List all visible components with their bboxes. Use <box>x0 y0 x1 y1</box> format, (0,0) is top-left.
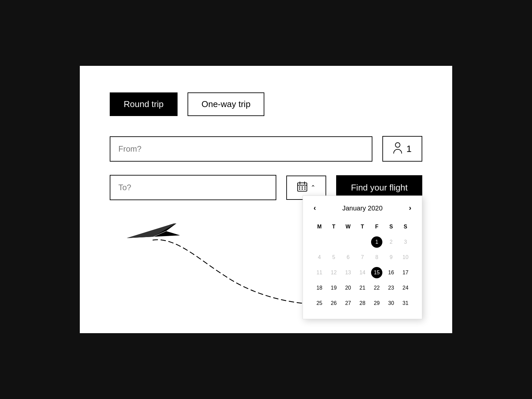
calendar-day: 4 <box>314 252 325 263</box>
calendar-day[interactable]: 20 <box>342 282 354 294</box>
to-input[interactable] <box>110 175 276 200</box>
prev-month-button[interactable]: ‹ <box>312 204 317 212</box>
calendar-day[interactable]: 19 <box>328 282 339 294</box>
svg-rect-7 <box>304 187 306 188</box>
passenger-selector[interactable]: 1 <box>382 136 422 162</box>
calendar-day[interactable]: 23 <box>385 282 397 294</box>
calendar-icon <box>297 182 307 194</box>
svg-rect-8 <box>299 189 300 190</box>
calendar-header: ‹ January 2020 › <box>312 204 413 212</box>
calendar-day: 7 <box>357 252 368 263</box>
svg-rect-5 <box>299 187 300 188</box>
calendar-day: 8 <box>371 252 382 263</box>
calendar-day[interactable]: 18 <box>314 282 325 294</box>
calendar-day: 6 <box>342 252 354 263</box>
calendar-day[interactable]: 24 <box>400 282 411 294</box>
day-header: T <box>361 221 364 232</box>
calendar-day[interactable]: 17 <box>400 267 411 278</box>
svg-rect-9 <box>302 189 303 190</box>
month-label: January 2020 <box>342 204 382 212</box>
calendar-day: 3 <box>400 236 411 248</box>
calendar-day[interactable]: 29 <box>371 298 382 309</box>
calendar-day[interactable]: 1 <box>371 236 382 248</box>
calendar-day: 12 <box>328 267 339 278</box>
day-header: T <box>332 221 335 232</box>
svg-point-0 <box>395 143 400 147</box>
calendar-day[interactable]: 22 <box>371 282 382 294</box>
day-header: S <box>404 221 407 232</box>
calendar-day: 2 <box>385 236 397 248</box>
calendar-day[interactable]: 15 <box>371 267 382 278</box>
calendar-day[interactable]: 28 <box>357 298 368 309</box>
from-input[interactable] <box>110 136 372 162</box>
calendar-day: 14 <box>357 267 368 278</box>
day-header: W <box>345 221 350 232</box>
calendar-day[interactable]: 27 <box>342 298 354 309</box>
calendar-day[interactable]: 31 <box>400 298 411 309</box>
calendar-day[interactable]: 21 <box>357 282 368 294</box>
svg-rect-10 <box>304 189 306 190</box>
one-way-trip-button[interactable]: One-way trip <box>188 92 264 116</box>
chevron-up-icon: ⌃ <box>311 184 316 191</box>
calendar-day[interactable]: 26 <box>328 298 339 309</box>
passenger-icon <box>393 142 402 156</box>
passenger-count: 1 <box>406 144 412 154</box>
calendar-day[interactable]: 16 <box>385 267 397 278</box>
day-header: S <box>389 221 393 232</box>
calendar-day: 5 <box>328 252 339 263</box>
calendar-dropdown: ‹ January 2020 › MTWTFSS1234567891011121… <box>303 196 422 319</box>
next-month-button[interactable]: › <box>408 204 413 212</box>
svg-rect-6 <box>302 187 303 188</box>
trip-type-row: Round trip One-way trip <box>110 92 422 116</box>
calendar-day: 11 <box>314 267 325 278</box>
round-trip-button[interactable]: Round trip <box>110 92 178 116</box>
calendar-day: 9 <box>385 252 397 263</box>
main-card: Round trip One-way trip 1 <box>80 66 452 333</box>
calendar-day: 13 <box>342 267 354 278</box>
day-header: F <box>375 221 378 232</box>
calendar-grid: MTWTFSS123456789101112131415161718192021… <box>312 219 413 311</box>
from-row: 1 <box>110 136 422 162</box>
day-header: M <box>317 221 322 232</box>
calendar-day[interactable]: 30 <box>385 298 397 309</box>
calendar-day: 10 <box>400 252 411 263</box>
flight-path <box>150 233 306 308</box>
calendar-day[interactable]: 25 <box>314 298 325 309</box>
